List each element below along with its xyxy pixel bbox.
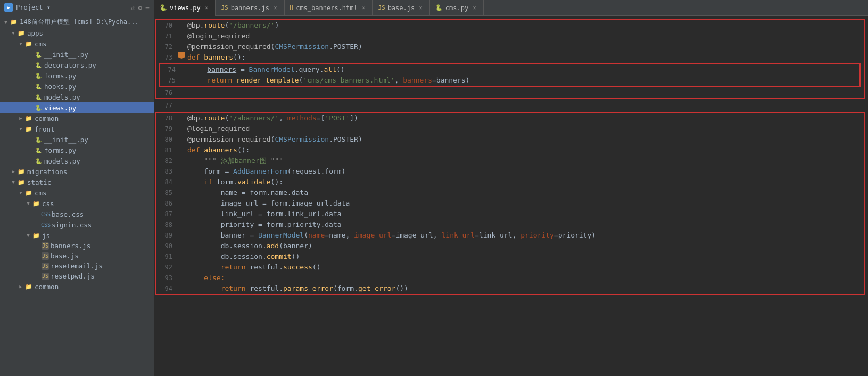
tab-close-base-js[interactable]: ✕: [417, 4, 424, 12]
bookmark-icon: [178, 52, 185, 59]
tree-item-base-css[interactable]: CSS base.css: [0, 209, 154, 219]
line-number: 78: [156, 113, 178, 124]
tree-item-views-py[interactable]: 🐍 views.py: [0, 102, 154, 113]
tab-label: cms.py: [445, 4, 468, 12]
line-number: 74: [160, 64, 181, 75]
tree-item-css-folder[interactable]: ▼ 📁 css: [0, 198, 154, 209]
tree-item-common2[interactable]: ▶ 📁 common: [0, 281, 154, 292]
tree-label: models.py: [44, 93, 80, 101]
line-content: @bp.route('/abanners/', methods=['POST']…: [185, 113, 864, 124]
tree-item-cms[interactable]: ▼ 📁 cms: [0, 38, 154, 49]
tab-views-py[interactable]: 🐍 views.py ✕: [154, 0, 216, 16]
line-number: 83: [156, 166, 178, 177]
tree-item-front[interactable]: ▼ 📁 front: [0, 124, 154, 134]
tree-label: css: [42, 200, 54, 208]
tree-item-migrations[interactable]: ▶ 📁 migrations: [0, 166, 154, 177]
arrow-icon: ▼: [10, 30, 17, 36]
tab-icon: JS: [221, 4, 228, 11]
tree-item-js-folder[interactable]: ▼ 📁 js: [0, 230, 154, 241]
tree-label: __init__.py: [44, 51, 88, 59]
tab-banners-js[interactable]: JS banners.js ✕: [216, 0, 284, 16]
arrow-icon: ▼: [2, 20, 10, 25]
line-number: 84: [156, 177, 178, 187]
tab-close-cms-banners[interactable]: ✕: [360, 4, 367, 12]
tab-close-views[interactable]: ✕: [203, 4, 210, 12]
line-content: return restful.params_error(form.get_err…: [185, 283, 864, 294]
line-content: name = form.name.data: [185, 187, 864, 198]
js-icon: JS: [42, 273, 49, 280]
tree-item-resetpwd-js[interactable]: JS resetpwd.js: [0, 271, 154, 281]
code-line-88: 88 priority = form.priority.data: [156, 219, 864, 230]
tree-label: base.css: [52, 210, 84, 218]
sync-icon[interactable]: ⇄: [131, 4, 135, 12]
line-number: 80: [156, 134, 178, 145]
py-icon: 🐍: [34, 82, 43, 91]
tree-item-static[interactable]: ▼ 📁 static: [0, 177, 154, 187]
tree-item-front-models-py[interactable]: 🐍 models.py: [0, 156, 154, 166]
code-line-85: 85 name = form.name.data: [156, 187, 864, 198]
tree-item-front-init-py[interactable]: 🐍 __init__.py: [0, 134, 154, 145]
tree-item-resetemail-js[interactable]: JS resetemail.js: [0, 261, 154, 271]
tab-icon: JS: [378, 4, 385, 11]
arrow-icon: ▼: [24, 233, 32, 238]
folder-icon: 📁: [17, 178, 26, 186]
py-icon: 🐍: [34, 146, 43, 154]
tree-item-static-cms[interactable]: ▼ 📁 cms: [0, 187, 154, 198]
tree-item-forms-py[interactable]: 🐍 forms.py: [0, 70, 154, 81]
tree-label: forms.py: [44, 146, 76, 154]
tree-item-front-forms-py[interactable]: 🐍 forms.py: [0, 145, 154, 156]
tree-label: views.py: [44, 104, 76, 112]
tree-item-signin-css[interactable]: CSS signin.css: [0, 219, 154, 230]
tree-item-common[interactable]: ▶ 📁 common: [0, 113, 154, 124]
css-icon: CSS: [42, 220, 50, 229]
tab-label: base.js: [388, 4, 415, 12]
code-line-84: 84 if form.validate():: [156, 177, 864, 187]
js-icon: JS: [42, 242, 49, 250]
arrow-icon: ▼: [17, 126, 24, 132]
code-line-72: 72 @permission_required(CMSPermission.PO…: [156, 42, 864, 52]
line-number: 77: [156, 100, 178, 111]
code-line-86: 86 image_url = form.image_url.data: [156, 198, 864, 209]
js-icon: JS: [42, 263, 49, 270]
tree-label: signin.css: [52, 221, 92, 229]
tab-icon: 🐍: [435, 4, 443, 11]
tab-close-cms-py[interactable]: ✕: [471, 4, 478, 12]
tab-cms-banners-html[interactable]: H cms_banners.html ✕: [285, 0, 373, 16]
code-line-79: 79 @login_required: [156, 124, 864, 134]
tab-base-js[interactable]: JS base.js ✕: [373, 0, 429, 16]
settings-icon[interactable]: ⚙: [138, 4, 142, 12]
tree-item-base-js[interactable]: JS base.js: [0, 251, 154, 261]
code-line-71: 71 @login_required: [156, 31, 864, 42]
tree-item-root[interactable]: ▼ 📁 148前台用户模型 [cms] D:\Pycha...: [0, 17, 154, 28]
line-content: else:: [185, 273, 864, 283]
code-editor[interactable]: 70 @bp.route('/banners/') 71 @login_requ…: [154, 16, 868, 376]
line-content: form = AddBannerForm(request.form): [185, 166, 864, 177]
tree-item-hooks-py[interactable]: 🐍 hooks.py: [0, 81, 154, 92]
code-line-91: 91 db.session.commit(): [156, 251, 864, 262]
tree-label: common: [35, 115, 59, 122]
tree-item-banners-js[interactable]: JS banners.js: [0, 241, 154, 251]
css-icon: CSS: [42, 210, 50, 218]
code-line-78: 78 @bp.route('/abanners/', methods=['POS…: [156, 113, 864, 124]
tree-item-decorators-py[interactable]: 🐍 decorators.py: [0, 60, 154, 70]
tree-item-init-py[interactable]: 🐍 __init__.py: [0, 49, 154, 60]
line-content: @bp.route('/banners/'): [185, 20, 864, 31]
folder-icon: 📁: [10, 18, 18, 27]
tab-close-banners-js[interactable]: ✕: [272, 4, 279, 12]
py-icon: 🐍: [34, 103, 43, 112]
tabs-bar: 🐍 views.py ✕ JS banners.js ✕ H cms_banne…: [154, 0, 868, 16]
line-number: 82: [156, 156, 178, 166]
tree-item-models-py[interactable]: 🐍 models.py: [0, 92, 154, 102]
code-line-87: 87 link_url = form.link_url.data: [156, 209, 864, 219]
minimize-icon[interactable]: −: [145, 4, 150, 12]
tree-label: 148前台用户模型 [cms] D:\Pycha...: [20, 18, 139, 27]
folder-icon: 📁: [17, 167, 26, 176]
tree-item-apps[interactable]: ▼ 📁 apps: [0, 28, 154, 38]
tree-label: js: [42, 232, 50, 240]
code-line-75: 75 return render_template('cms/cms_banne…: [160, 75, 859, 86]
code-line-74: 74 banners = BannerModel.query.all(): [160, 64, 859, 75]
tab-cms-py[interactable]: 🐍 cms.py ✕: [430, 0, 484, 16]
py-icon: 🐍: [34, 135, 43, 144]
tree-label: common: [35, 283, 59, 291]
sidebar: ▶ Project ▾ ⇄ ⚙ − ▼ 📁 148前台用户模型 [cms] D:…: [0, 0, 154, 376]
